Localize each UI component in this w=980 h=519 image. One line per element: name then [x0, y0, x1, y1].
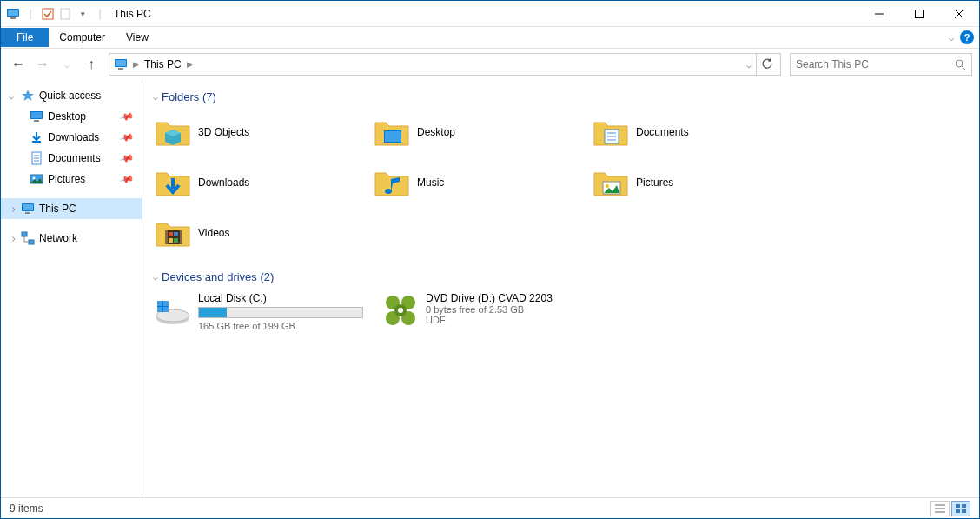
group-header-drives[interactable]: ⌵ Devices and drives (2) [153, 270, 969, 283]
folder-icon [593, 114, 629, 150]
chevron-right-icon[interactable]: ⌵ [7, 233, 17, 243]
tree-documents[interactable]: Documents 📌 [1, 148, 142, 169]
folder-label: Music [417, 176, 444, 189]
folder-label: Documents [636, 126, 689, 138]
address-sep-icon-2[interactable]: ▶ [187, 60, 193, 69]
folder-documents[interactable]: Documents [591, 110, 799, 154]
svg-rect-10 [116, 60, 126, 66]
folder-downloads[interactable]: Downloads [153, 161, 361, 204]
folder-videos[interactable]: Videos [153, 211, 361, 255]
address-sep-icon[interactable]: ▶ [133, 60, 139, 69]
svg-rect-25 [23, 204, 33, 210]
drive-local-c[interactable]: Local Disk (C:) 165 GB free of 199 GB [153, 290, 370, 333]
help-icon[interactable]: ? [960, 30, 974, 44]
chevron-down-icon[interactable]: ⌵ [153, 272, 158, 282]
svg-rect-62 [962, 504, 966, 508]
folder-music[interactable]: Music [372, 161, 580, 204]
chevron-down-icon[interactable]: ⌵ [6, 91, 17, 101]
up-button[interactable]: ↑ [81, 54, 102, 75]
view-large-icons-button[interactable] [951, 501, 970, 516]
maximize-button[interactable] [899, 1, 939, 27]
tab-view[interactable]: View [116, 28, 159, 47]
address-history-dropdown[interactable]: ⌵ [741, 60, 757, 70]
drive-freespace: 0 bytes free of 2.53 GB [426, 304, 596, 315]
tab-file[interactable]: File [1, 28, 49, 47]
tree-this-pc[interactable]: ⌵ This PC [1, 198, 142, 219]
svg-rect-40 [180, 230, 182, 244]
search-input[interactable] [796, 58, 955, 70]
this-pc-icon [6, 7, 20, 21]
svg-rect-39 [165, 230, 168, 244]
drive-name: Local Disk (C:) [198, 292, 368, 304]
qat-properties-icon[interactable] [41, 7, 55, 21]
breadcrumb-this-pc[interactable]: This PC [140, 57, 186, 72]
star-icon [20, 88, 36, 103]
network-icon [20, 230, 36, 246]
svg-rect-27 [22, 232, 27, 236]
pin-icon[interactable]: 📌 [119, 171, 136, 187]
this-pc-icon [20, 201, 36, 216]
group-header-folders[interactable]: ⌵ Folders (7) [153, 90, 969, 103]
pin-icon[interactable]: 📌 [119, 109, 136, 124]
view-details-button[interactable] [930, 501, 950, 516]
folder-label: Pictures [636, 176, 673, 189]
tab-computer[interactable]: Computer [49, 28, 116, 47]
folder-icon [155, 114, 191, 150]
documents-icon [29, 150, 44, 166]
chevron-down-icon[interactable]: ⌵ [153, 92, 158, 102]
svg-rect-41 [169, 232, 173, 236]
pin-icon[interactable]: 📌 [119, 130, 136, 145]
qat-dropdown-icon[interactable]: ▾ [76, 7, 89, 21]
tree-label: Network [39, 232, 77, 244]
svg-rect-48 [157, 301, 162, 306]
svg-rect-43 [169, 238, 173, 243]
drive-filesystem: UDF [426, 315, 596, 325]
folder-label: Desktop [417, 126, 455, 138]
ribbon-expand-icon[interactable]: ⌵ [949, 32, 955, 43]
refresh-button[interactable] [756, 54, 777, 75]
chevron-right-icon[interactable]: ⌵ [7, 203, 17, 214]
back-button[interactable]: ← [8, 54, 29, 75]
drive-dvd-d[interactable]: DVD Drive (D:) CVAD 2203 0 bytes free of… [381, 290, 598, 333]
forward-button[interactable]: → [32, 54, 53, 75]
qat-separator-2: | [93, 7, 107, 21]
tree-quick-access[interactable]: ⌵ Quick access [1, 85, 142, 106]
tree-desktop[interactable]: Desktop 📌 [1, 106, 142, 127]
tree-downloads[interactable]: Downloads 📌 [1, 127, 142, 148]
folder-label: Downloads [198, 176, 249, 189]
svg-point-57 [398, 308, 403, 313]
tree-label: Quick access [39, 90, 101, 102]
downloads-icon [29, 130, 44, 145]
search-box[interactable] [790, 53, 972, 76]
svg-rect-28 [29, 240, 34, 244]
svg-rect-26 [25, 212, 30, 214]
tree-network[interactable]: ⌵ Network [1, 228, 142, 249]
status-item-count: 9 items [10, 502, 43, 515]
svg-line-13 [962, 66, 965, 70]
content-pane: ⌵ Folders (7) 3D Objects Desktop Docum [142, 80, 979, 497]
minimize-button[interactable] [859, 1, 899, 27]
svg-point-35 [385, 189, 392, 194]
tree-label: Downloads [48, 131, 99, 143]
tree-pictures[interactable]: Pictures 📌 [1, 169, 142, 190]
svg-rect-49 [163, 301, 169, 306]
drive-name: DVD Drive (D:) CVAD 2203 [426, 292, 596, 304]
folder-pictures[interactable]: Pictures [591, 161, 799, 204]
pin-icon[interactable]: 📌 [119, 150, 136, 166]
tree-label: Documents [48, 152, 101, 164]
folder-desktop[interactable]: Desktop [372, 110, 580, 154]
svg-rect-44 [174, 238, 178, 243]
folder-3d-objects[interactable]: 3D Objects [153, 110, 361, 154]
close-button[interactable] [939, 1, 979, 27]
window-title: This PC [114, 8, 151, 20]
svg-rect-61 [956, 504, 960, 508]
hdd-icon [155, 292, 191, 329]
search-icon[interactable] [955, 59, 966, 70]
ribbon: File Computer View ⌵ ? [1, 27, 979, 49]
folder-icon [374, 114, 410, 150]
recent-dropdown[interactable]: ⌵ [56, 54, 77, 75]
qat-newfolder-icon[interactable] [58, 7, 72, 21]
folder-icon [593, 164, 629, 201]
address-bar[interactable]: ▶ This PC ▶ ⌵ [109, 53, 781, 76]
folder-label: 3D Objects [198, 126, 249, 138]
